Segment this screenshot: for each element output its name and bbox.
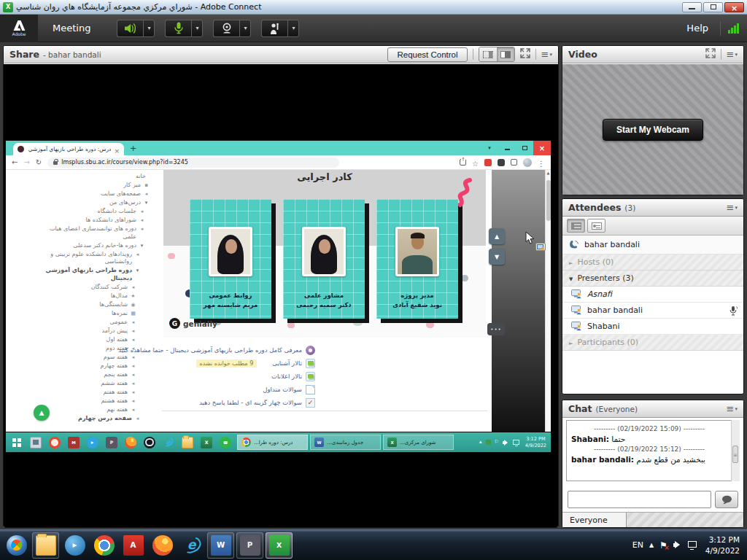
chat-input[interactable] <box>568 491 711 508</box>
browser-restore-button[interactable] <box>516 141 533 155</box>
telephony-user-row[interactable]: bahar bandali <box>562 236 743 254</box>
taskbar-app-button[interactable] <box>90 532 117 559</box>
staff-card[interactable]: مدیر پروژه نوید شفیع آبادی <box>376 199 458 319</box>
restore-button[interactable] <box>703 2 723 12</box>
forward-button[interactable]: → <box>23 159 29 166</box>
lms-nav-item[interactable]: نمره‌ها <box>42 310 155 318</box>
video-pod-menu-button[interactable] <box>727 50 738 59</box>
hosts-group-header[interactable]: Hosts (0) <box>562 254 743 271</box>
shared-taskbar-app-button[interactable] <box>220 437 231 448</box>
shared-taskbar-app-button[interactable] <box>163 437 174 448</box>
action-center-flag-icon[interactable]: ⚑ <box>659 541 667 550</box>
new-tab-button[interactable] <box>130 144 136 153</box>
webcam-dropdown[interactable] <box>239 20 251 37</box>
lms-nav-item[interactable]: عمومی <box>42 319 155 327</box>
attendees-pod-menu-button[interactable] <box>727 203 738 212</box>
connection-status-icon[interactable] <box>721 23 747 34</box>
bookmark-star-icon[interactable] <box>472 155 479 169</box>
taskbar-clock[interactable]: 3:12 PM 4/9/2022 <box>703 534 740 555</box>
presenter-row[interactable]: Asnafi <box>562 287 743 303</box>
chat-pod-menu-button[interactable] <box>727 404 738 413</box>
send-message-button[interactable] <box>715 491 738 508</box>
share-pod-menu-button[interactable] <box>541 50 552 59</box>
shared-taskbar-app-button[interactable] <box>49 437 61 448</box>
start-webcam-button[interactable]: Start My Webcam <box>603 119 703 141</box>
presenter-row[interactable]: bahar bandali <box>562 303 743 319</box>
shared-window-button[interactable]: شورای مرکزی... <box>383 435 454 450</box>
everyone-tab[interactable]: Everyone <box>562 513 627 527</box>
microphone-button[interactable] <box>165 20 191 37</box>
share-fullscreen-button[interactable] <box>520 47 530 61</box>
attendee-list-view-button[interactable] <box>567 219 585 233</box>
lms-nav-item[interactable]: صفحه‌های سایت <box>42 190 155 198</box>
lms-nav-item[interactable]: شایستگی‌ها <box>42 301 155 309</box>
tray-speaker-icon[interactable] <box>503 440 509 446</box>
language-indicator[interactable]: EN <box>632 540 643 550</box>
lms-nav-item[interactable]: دوره های توانمندسازی اعضای هیات علمی <box>42 225 155 241</box>
taskbar-app-button[interactable] <box>149 532 176 559</box>
lms-nav-item[interactable]: رویدادهای دانشکده علوم تربیتی و روانشناس… <box>42 251 155 266</box>
shared-window-button[interactable]: درس: دوره طرا... <box>237 435 308 450</box>
share-page-icon[interactable] <box>460 159 466 166</box>
lms-nav-item[interactable]: جلسات دانشگاه <box>42 208 155 216</box>
shared-window-button[interactable]: جدول زمانبندی... <box>310 435 381 450</box>
request-control-button[interactable]: Request Control <box>387 47 467 62</box>
tab-search-button[interactable] <box>481 141 498 155</box>
taskbar-app-button[interactable] <box>61 532 88 559</box>
slide-down-button[interactable]: ▼ <box>489 249 505 265</box>
presenters-group-header[interactable]: Presenters (3) <box>562 271 743 287</box>
meeting-menu[interactable]: Meeting <box>38 23 105 34</box>
tray-app-icon[interactable] <box>486 440 491 445</box>
shared-taskbar-app-button[interactable] <box>106 437 117 448</box>
speaker-dropdown[interactable] <box>143 20 155 37</box>
activity-link[interactable]: سوالات چهار گزینه ای - لطفا پاسخ دهید <box>199 399 302 406</box>
participants-group-header[interactable]: Participants (0) <box>562 335 743 351</box>
lms-nav-item[interactable]: صفحه درس چهارم <box>42 415 155 423</box>
profile-avatar[interactable] <box>523 158 532 167</box>
genially-logo[interactable]: G genially <box>169 318 217 329</box>
raise-hand-button[interactable] <box>261 20 287 37</box>
browser-menu-icon[interactable] <box>538 155 545 169</box>
tray-flag-icon[interactable]: ⚐ <box>495 440 499 445</box>
minimize-button[interactable] <box>682 2 702 12</box>
address-bar[interactable]: lmsplus.sbu.ac.ir/course/view.php?id=324… <box>47 158 339 168</box>
tray-network-icon[interactable] <box>513 440 519 445</box>
lms-nav-item[interactable]: شوراهای دانشکده ها <box>42 217 155 225</box>
slide-up-button[interactable]: ▲ <box>489 228 505 244</box>
webcam-button[interactable] <box>213 20 239 37</box>
taskbar-app-button[interactable] <box>207 532 234 559</box>
lms-nav-item[interactable]: درس‌های من <box>42 199 155 207</box>
reload-button[interactable]: ↻ <box>36 159 42 166</box>
activity-link[interactable]: تالار آشنایی <box>272 359 302 367</box>
scroll-up-arrow-icon[interactable]: ▲ <box>546 171 551 175</box>
microphone-dropdown[interactable] <box>191 20 203 37</box>
shared-taskbar-app-button[interactable] <box>125 437 136 448</box>
scrollbar-thumb[interactable] <box>546 180 551 221</box>
lms-nav-item[interactable]: دوره ها-خانم دکتر سدعلی <box>42 242 155 250</box>
extension-adblock-icon[interactable] <box>484 159 492 166</box>
lms-nav-item[interactable]: هفته اول <box>42 336 155 344</box>
extension-icon[interactable] <box>498 159 505 166</box>
browser-minimize-button[interactable] <box>498 141 516 155</box>
video-fullscreen-button[interactable] <box>705 47 716 61</box>
genially-more-button[interactable] <box>487 323 505 335</box>
taskbar-app-button[interactable] <box>236 532 263 559</box>
close-button[interactable] <box>724 2 744 12</box>
shared-clock[interactable]: 3:12 PM 4/9/2022 <box>523 436 549 449</box>
chat-scrollbar[interactable] <box>731 420 740 481</box>
attendee-card-view-button[interactable] <box>587 219 605 233</box>
chat-scrollbar-thumb[interactable] <box>732 446 738 463</box>
taskbar-app-button[interactable] <box>32 532 59 559</box>
shared-taskbar-app-button[interactable] <box>87 437 98 448</box>
taskbar-app-button[interactable] <box>120 532 147 559</box>
activity-link[interactable]: تالار اعلانات <box>271 373 302 380</box>
activity-link[interactable]: معرفی کامل دوره طراحی بازیهای آموزشی دیج… <box>118 346 302 354</box>
volume-icon[interactable] <box>673 541 682 549</box>
lms-nav-item[interactable]: خانه <box>42 173 155 181</box>
taskbar-app-button[interactable] <box>178 532 205 559</box>
status-dropdown[interactable] <box>287 20 299 37</box>
tray-expand-icon[interactable]: ▲ <box>649 542 654 548</box>
speaker-button[interactable] <box>117 20 143 37</box>
lms-nav-item[interactable]: دوره طراحي بازيهاي آموزشي ديجيتال <box>42 267 155 282</box>
activity-link[interactable]: سوالات متداول <box>263 386 302 393</box>
